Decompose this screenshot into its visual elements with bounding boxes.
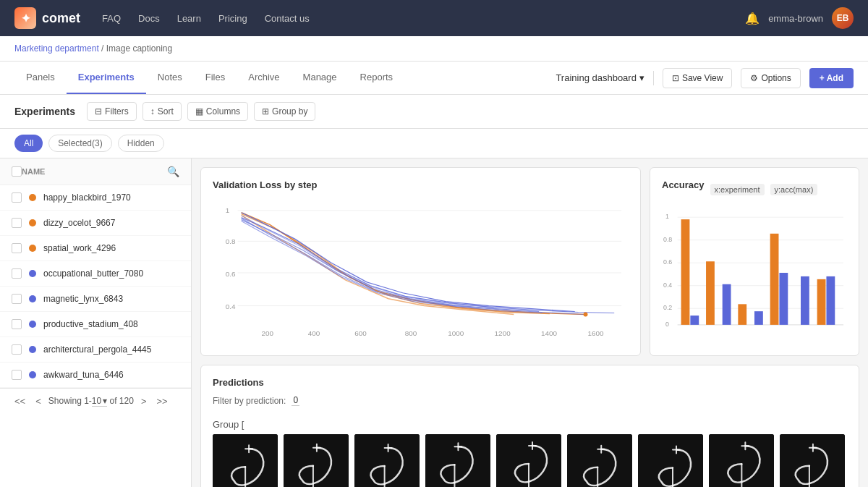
options-button[interactable]: ⚙ Options bbox=[741, 68, 800, 88]
experiment-row[interactable]: happy_blackbird_1970 bbox=[0, 185, 191, 211]
svg-rect-33 bbox=[738, 304, 746, 325]
groupby-button[interactable]: ⊞ Group by bbox=[254, 102, 315, 121]
exp-color-dot bbox=[29, 245, 36, 252]
add-label: + Add bbox=[820, 73, 843, 83]
svg-text:0.4: 0.4 bbox=[663, 281, 672, 289]
prediction-image[interactable] bbox=[496, 434, 561, 487]
first-page-button[interactable]: << bbox=[12, 394, 28, 408]
next-page-button[interactable]: > bbox=[138, 394, 150, 408]
per-page-select[interactable]: 10▾ bbox=[92, 396, 107, 407]
charts-row: Validation Loss by step 1 0.8 0.6 0.4 bbox=[200, 167, 859, 356]
experiment-row[interactable]: architerctural_pergola_4445 bbox=[0, 337, 191, 363]
svg-rect-36 bbox=[779, 273, 788, 325]
experiment-row[interactable]: dizzy_ocelot_9667 bbox=[0, 211, 191, 236]
breadcrumb-page: Image captioning bbox=[106, 43, 172, 54]
filter-all[interactable]: All bbox=[14, 135, 43, 152]
add-button[interactable]: + Add bbox=[809, 68, 854, 88]
sort-icon: ↕ bbox=[150, 106, 155, 117]
experiment-row[interactable]: occupational_butter_7080 bbox=[0, 261, 191, 287]
nav-learn[interactable]: Learn bbox=[177, 13, 201, 24]
nav-pricing[interactable]: Pricing bbox=[218, 13, 247, 24]
bell-icon[interactable]: 🔔 bbox=[745, 12, 760, 25]
tabs-right-actions: Training dashboard ▾ ⊡ Save View ⚙ Optio… bbox=[556, 68, 854, 88]
select-all-checkbox[interactable] bbox=[12, 166, 22, 177]
filters-button[interactable]: ⊟ Filters bbox=[87, 102, 137, 121]
tabs-list: Panels Experiments Notes Files Archive M… bbox=[14, 62, 404, 94]
navbar-right: 🔔 emma-brown EB bbox=[745, 7, 854, 29]
prediction-image[interactable] bbox=[709, 434, 774, 487]
groupby-label: Group by bbox=[272, 106, 307, 117]
prediction-image[interactable] bbox=[284, 434, 349, 487]
svg-rect-31 bbox=[706, 261, 715, 325]
nav-docs[interactable]: Docs bbox=[138, 13, 160, 24]
exp-checkbox[interactable] bbox=[12, 268, 22, 279]
options-icon: ⚙ bbox=[750, 73, 758, 83]
experiment-row[interactable]: awkward_tuna_6446 bbox=[0, 363, 191, 388]
filter-value[interactable]: 0 bbox=[292, 395, 299, 406]
filter-icon: ⊟ bbox=[95, 106, 102, 117]
tab-panels[interactable]: Panels bbox=[14, 62, 67, 94]
svg-text:1000: 1000 bbox=[448, 329, 464, 337]
filter-selected[interactable]: Selected(3) bbox=[48, 135, 111, 152]
prediction-image[interactable] bbox=[567, 434, 632, 487]
avatar[interactable]: EB bbox=[832, 7, 854, 29]
prediction-image[interactable] bbox=[354, 434, 420, 487]
tab-archive[interactable]: Archive bbox=[237, 62, 291, 94]
exp-name: awkward_tuna_6446 bbox=[43, 370, 124, 380]
predictions-card: Predictions Filter by prediction: 0 Grou… bbox=[200, 365, 859, 487]
navbar: ✦ comet FAQ Docs Learn Pricing Contact u… bbox=[0, 0, 868, 36]
exp-checkbox[interactable] bbox=[12, 192, 22, 203]
save-icon: ⊡ bbox=[672, 73, 679, 83]
search-icon[interactable]: 🔍 bbox=[167, 166, 179, 177]
nav-contact[interactable]: Contact us bbox=[265, 13, 310, 24]
nav-faq[interactable]: FAQ bbox=[102, 13, 121, 24]
accuracy-chart-title: Accuracy bbox=[662, 179, 705, 190]
exp-color-dot bbox=[29, 321, 36, 328]
tab-experiments[interactable]: Experiments bbox=[67, 62, 146, 94]
filter-hidden[interactable]: Hidden bbox=[118, 135, 164, 152]
columns-button[interactable]: ▦ Columns bbox=[187, 102, 248, 121]
exp-checkbox[interactable] bbox=[12, 319, 22, 329]
experiments-sidebar: NAME 🔍 happy_blackbird_1970 dizzy_ocelot… bbox=[0, 158, 192, 487]
tab-reports[interactable]: Reports bbox=[349, 62, 405, 94]
experiment-row[interactable]: magnetic_lynx_6843 bbox=[0, 287, 191, 312]
exp-checkbox[interactable] bbox=[12, 243, 22, 253]
tab-notes[interactable]: Notes bbox=[146, 62, 194, 94]
tab-files[interactable]: Files bbox=[194, 62, 237, 94]
tab-manage[interactable]: Manage bbox=[292, 62, 349, 94]
exp-checkbox[interactable] bbox=[12, 344, 22, 355]
accuracy-header: Accuracy x:experiment y:acc(max) bbox=[662, 179, 847, 199]
svg-text:0: 0 bbox=[665, 321, 669, 328]
exp-name: occupational_butter_7080 bbox=[43, 268, 143, 279]
validation-loss-chart-card: Validation Loss by step 1 0.8 0.6 0.4 bbox=[200, 167, 641, 356]
dashboard-selector[interactable]: Training dashboard ▾ bbox=[556, 72, 644, 83]
experiment-row[interactable]: productive_stadium_408 bbox=[0, 312, 191, 337]
prediction-image[interactable] bbox=[780, 434, 845, 487]
svg-rect-30 bbox=[690, 316, 699, 325]
svg-rect-32 bbox=[723, 284, 731, 325]
svg-text:400: 400 bbox=[308, 329, 320, 337]
breadcrumb-project[interactable]: Marketing department bbox=[14, 43, 99, 54]
columns-icon: ▦ bbox=[195, 106, 203, 117]
svg-rect-34 bbox=[754, 311, 763, 325]
svg-rect-39 bbox=[826, 276, 835, 325]
accuracy-svg: 1 0.8 0.6 0.4 0.2 0 bbox=[662, 208, 847, 338]
svg-text:600: 600 bbox=[354, 329, 367, 337]
svg-rect-38 bbox=[817, 279, 826, 325]
prev-page-button[interactable]: < bbox=[33, 394, 44, 408]
last-page-button[interactable]: >> bbox=[153, 394, 170, 408]
exp-checkbox[interactable] bbox=[12, 370, 22, 380]
pagination: << < Showing 1-10▾ of 120 > >> bbox=[0, 388, 191, 414]
group-label: Group [ bbox=[213, 415, 847, 434]
prediction-image[interactable] bbox=[425, 434, 490, 487]
exp-checkbox[interactable] bbox=[12, 294, 22, 304]
sort-button[interactable]: ↕ Sort bbox=[142, 102, 182, 121]
experiment-row[interactable]: spatial_work_4296 bbox=[0, 236, 191, 261]
svg-text:0.8: 0.8 bbox=[663, 236, 672, 243]
exp-name: productive_stadium_408 bbox=[43, 319, 138, 329]
prediction-image[interactable] bbox=[638, 434, 703, 487]
toolbar: Experiments ⊟ Filters ↕ Sort ▦ Columns ⊞… bbox=[0, 95, 868, 129]
prediction-image[interactable] bbox=[213, 434, 278, 487]
save-view-button[interactable]: ⊡ Save View bbox=[663, 68, 732, 88]
exp-checkbox[interactable] bbox=[12, 218, 22, 228]
